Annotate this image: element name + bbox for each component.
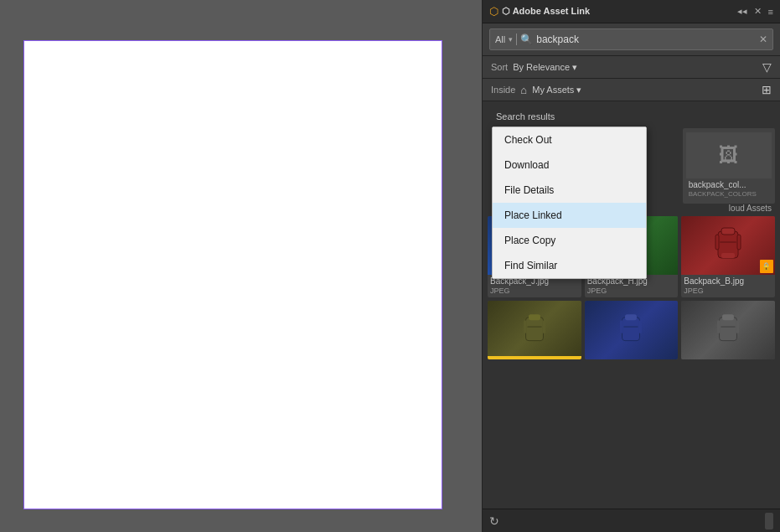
backpack-red-icon xyxy=(711,223,745,269)
context-menu-item-download[interactable]: Download xyxy=(493,152,646,178)
image-name: Backpack_B.jpg xyxy=(681,275,775,287)
svg-rect-13 xyxy=(721,228,735,235)
sort-value: By Relevance xyxy=(513,62,570,72)
svg-rect-24 xyxy=(626,314,638,320)
all-chevron-icon[interactable]: ▾ xyxy=(509,35,513,44)
image-thumbnail: 🖼 xyxy=(686,132,772,178)
image-thumbnail xyxy=(681,301,775,359)
my-assets-button[interactable]: My Assets ▾ xyxy=(532,85,581,96)
search-clear-icon[interactable]: ✕ xyxy=(759,34,767,45)
svg-rect-26 xyxy=(620,320,622,333)
backpack-olive-icon xyxy=(518,310,551,350)
filter-icon[interactable]: ▽ xyxy=(762,60,772,74)
expand-icon[interactable]: ◂◂ xyxy=(737,6,747,17)
panel-title-area: ⬡ ⬡ Adobe Asset Link xyxy=(489,5,590,18)
image-type: JPEG xyxy=(488,287,581,297)
sort-row: Sort By Relevance ▾ ▽ xyxy=(483,56,780,79)
inside-label: Inside xyxy=(491,85,515,95)
svg-rect-29 xyxy=(722,314,734,320)
sort-select[interactable]: By Relevance ▾ xyxy=(513,62,577,73)
grid-area: Search results Check Out Download File D… xyxy=(483,101,780,509)
svg-rect-15 xyxy=(715,235,719,250)
svg-rect-30 xyxy=(721,326,735,328)
search-area: All ▾ 🔍 ✕ xyxy=(483,23,780,56)
canvas-area xyxy=(0,0,482,532)
backpack-blue2-icon xyxy=(614,310,648,350)
context-menu-item-file-details[interactable]: File Details xyxy=(493,178,646,203)
search-input[interactable] xyxy=(536,34,756,45)
svg-rect-18 xyxy=(525,318,543,341)
svg-rect-16 xyxy=(737,235,741,250)
refresh-icon[interactable]: ↻ xyxy=(489,514,499,528)
panel-topbar-controls: ◂◂ ✕ ≡ xyxy=(737,6,773,17)
context-menu-item-place-linked[interactable]: Place Linked xyxy=(493,203,646,228)
results-label-row: Search results Check Out Download File D… xyxy=(488,106,775,125)
svg-rect-20 xyxy=(527,326,541,328)
panel-title-text: ⬡ Adobe Asset Link xyxy=(502,6,590,17)
status-bar xyxy=(488,356,581,359)
grid-view-icon[interactable]: ⊞ xyxy=(762,83,772,96)
list-item[interactable]: 🔒 Backpack_B.jpg JPEG xyxy=(681,216,775,297)
canvas-document xyxy=(23,40,442,509)
svg-rect-14 xyxy=(720,241,736,243)
list-item[interactable] xyxy=(585,301,679,359)
image-type: BACKPACK_COLORS xyxy=(686,190,772,200)
panel-topbar: ⬡ ⬡ Adobe Asset Link ◂◂ ✕ ≡ xyxy=(483,0,780,23)
sort-label: Sort xyxy=(491,62,508,72)
context-menu-item-place-copy[interactable]: Place Copy xyxy=(493,228,646,253)
svg-rect-17 xyxy=(721,253,735,258)
my-assets-chevron-icon: ▾ xyxy=(576,85,581,96)
inside-row: Inside ⌂ My Assets ▾ ⊞ xyxy=(483,79,780,101)
svg-rect-31 xyxy=(717,320,720,333)
image-thumbnail: 🔒 xyxy=(681,216,775,275)
svg-rect-21 xyxy=(524,320,526,333)
all-label: All xyxy=(495,34,505,44)
image-type: JPEG xyxy=(585,287,679,297)
backpack-gray-icon xyxy=(711,310,745,350)
image-type: JPEG xyxy=(681,287,775,297)
search-bar[interactable]: All ▾ 🔍 ✕ xyxy=(489,28,773,50)
home-icon[interactable]: ⌂ xyxy=(520,84,527,96)
placeholder-icon: 🖼 xyxy=(719,143,739,167)
close-icon[interactable]: ✕ xyxy=(754,6,762,17)
svg-rect-28 xyxy=(720,318,737,341)
image-thumbnail xyxy=(488,301,581,359)
list-item[interactable] xyxy=(488,301,581,359)
scrollbar[interactable] xyxy=(765,513,773,529)
my-assets-label: My Assets xyxy=(532,85,574,95)
list-item[interactable]: 🖼 backpack_col... BACKPACK_COLORS xyxy=(683,128,775,204)
menu-icon[interactable]: ≡ xyxy=(768,7,773,17)
panel-bottom: ↻ xyxy=(483,509,780,532)
svg-rect-32 xyxy=(736,320,739,333)
svg-rect-25 xyxy=(624,326,638,328)
adobe-asset-link-panel: ⬡ ⬡ Adobe Asset Link ◂◂ ✕ ≡ All ▾ 🔍 ✕ So… xyxy=(482,0,780,532)
context-menu-item-find-similar[interactable]: Find Similar xyxy=(493,253,646,278)
image-name: backpack_col... xyxy=(686,178,772,190)
panel-logo-icon: ⬡ xyxy=(489,5,498,18)
search-icon: 🔍 xyxy=(520,34,533,45)
image-thumbnail xyxy=(585,301,679,359)
search-divider xyxy=(516,34,517,45)
cloud-assets-label: loud Assets xyxy=(729,204,772,213)
search-results-label: Search results xyxy=(496,111,555,121)
svg-rect-19 xyxy=(529,314,540,320)
svg-rect-23 xyxy=(622,318,640,341)
list-item[interactable] xyxy=(681,301,775,359)
search-filter-left: All ▾ 🔍 xyxy=(495,34,533,45)
svg-rect-27 xyxy=(639,320,642,333)
context-menu-item-checkout[interactable]: Check Out xyxy=(493,127,646,152)
svg-rect-22 xyxy=(542,320,545,333)
lock-badge: 🔒 xyxy=(760,260,773,273)
context-menu: Check Out Download File Details Place Li… xyxy=(492,127,647,279)
image-grid-row2 xyxy=(488,301,775,359)
sort-chevron-icon: ▾ xyxy=(572,62,577,73)
